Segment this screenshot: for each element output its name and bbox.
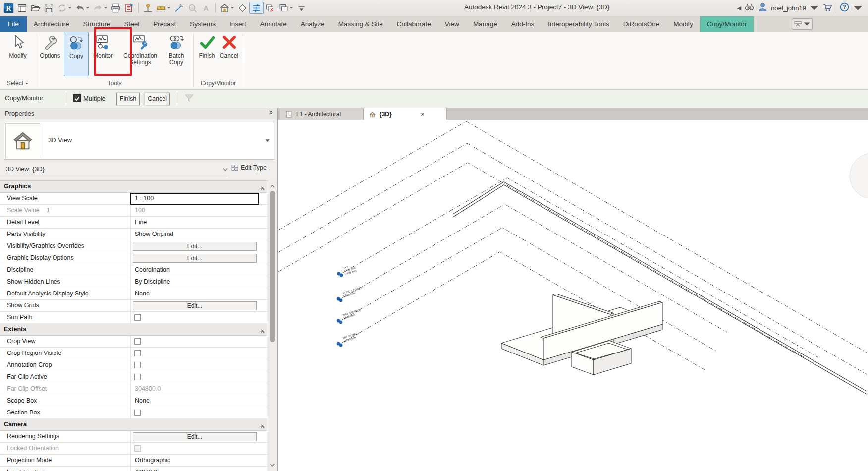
cart-icon[interactable] — [822, 2, 833, 14]
user-menu-chevron-icon[interactable] — [809, 3, 819, 13]
user-icon[interactable] — [758, 2, 768, 14]
monitor-button[interactable]: Monitor — [89, 32, 117, 76]
copy-button[interactable]: Copy — [64, 32, 89, 76]
ribbon-tab-interoperability-tools[interactable]: Interoperability Tools — [541, 16, 616, 32]
property-value[interactable]: Edit... — [130, 240, 259, 252]
property-value[interactable] — [130, 359, 259, 371]
undo-icon[interactable] — [73, 2, 91, 14]
collapse-arrow-icon[interactable]: ◀ — [737, 5, 741, 11]
property-value[interactable]: Edit... — [130, 300, 259, 312]
ribbon-tab-steel[interactable]: Steel — [117, 16, 147, 32]
edit-button[interactable]: Edit... — [133, 432, 257, 441]
cancel-button[interactable]: Cancel — [218, 32, 241, 76]
search-icon[interactable] — [744, 2, 755, 14]
customize-icon[interactable] — [295, 2, 308, 14]
revit-logo-icon[interactable]: R — [2, 2, 15, 14]
close-hidden-icon[interactable] — [264, 2, 277, 14]
view-tab--3d-[interactable]: {3D}× — [364, 108, 447, 120]
ribbon-tab-precast[interactable]: Precast — [146, 16, 183, 32]
ribbon-tab-architecture[interactable]: Architecture — [27, 16, 76, 32]
thin-lines-icon[interactable] — [249, 2, 264, 14]
ribbon-tab-modify[interactable]: Modify — [666, 16, 700, 32]
property-checkbox[interactable] — [134, 374, 141, 380]
drawing-canvas[interactable]: SKY9485 mm9485 mmATTIC STOREY5040 mm2ND … — [278, 120, 868, 471]
view-tab-l1-architectural[interactable]: L1 - Architectural — [280, 108, 364, 120]
ribbon-tab-add-ins[interactable]: Add-Ins — [504, 16, 542, 32]
modify-button[interactable]: Modify — [2, 32, 33, 76]
transfer-doc-icon[interactable] — [122, 2, 136, 14]
edit-button[interactable]: Edit... — [133, 301, 257, 310]
coordination-settings-button[interactable]: Coordination Settings — [117, 32, 163, 76]
scroll-down-icon[interactable] — [270, 461, 275, 470]
property-value[interactable]: 1 : 100 — [130, 193, 259, 205]
sync-icon[interactable] — [55, 2, 73, 14]
ribbon-tab-collaborate[interactable]: Collaborate — [390, 16, 438, 32]
options-finish-button[interactable]: Finish — [116, 93, 140, 105]
property-value[interactable]: 49378.3 — [130, 467, 259, 471]
ribbon-tab-file[interactable]: File — [0, 16, 27, 32]
level-marker-2nd-storey[interactable]: 2ND STOREY1640 mm — [337, 308, 362, 324]
username[interactable]: noel_john19 — [771, 4, 806, 12]
window-icon[interactable] — [15, 2, 29, 14]
ribbon-tab-analyze[interactable]: Analyze — [294, 16, 331, 32]
batch-copy-button[interactable]: Batch Copy — [163, 32, 190, 76]
ribbon-tab-copy-monitor[interactable]: Copy/Monitor — [700, 16, 754, 32]
properties-close-icon[interactable]: × — [269, 108, 273, 117]
property-value[interactable] — [130, 348, 259, 359]
property-checkbox[interactable] — [134, 410, 141, 416]
ribbon-tab-dirootsone[interactable]: DiRootsOne — [616, 16, 667, 32]
instance-chevron-icon[interactable] — [223, 168, 228, 172]
options-button[interactable]: Options — [36, 32, 64, 76]
help-icon[interactable]: ? — [839, 2, 850, 14]
property-checkbox[interactable] — [134, 362, 141, 368]
edit-button[interactable]: Edit... — [133, 242, 257, 251]
options-cancel-button[interactable]: Cancel — [145, 93, 170, 105]
dimension-icon[interactable] — [155, 2, 172, 14]
property-value[interactable]: Coordination — [130, 264, 259, 276]
section-icon[interactable] — [236, 2, 249, 14]
open-icon[interactable] — [29, 2, 42, 14]
instance-selector[interactable]: 3D View: {3D} — [6, 166, 45, 173]
property-value[interactable]: Edit... — [130, 431, 259, 443]
view-tab-close-icon[interactable]: × — [421, 110, 425, 118]
edit-type-button[interactable]: Edit Type — [231, 164, 267, 172]
type-selector[interactable]: 3D View — [4, 122, 274, 160]
level-marker-sky[interactable]: SKY9485 mm9485 mm — [337, 263, 357, 277]
section-collapse-icon[interactable] — [260, 184, 265, 193]
measure-pin-icon[interactable] — [141, 2, 155, 14]
type-selector-chevron-icon[interactable] — [265, 138, 270, 143]
multiple-checkbox[interactable] — [73, 94, 81, 102]
level-marker-attic-storey[interactable]: ATTIC STOREY5040 mm — [337, 286, 364, 302]
ribbon-tab-manage[interactable]: Manage — [466, 16, 504, 32]
ribbon-tab-massing-site[interactable]: Massing & Site — [331, 16, 390, 32]
detail-line-icon[interactable] — [172, 2, 186, 14]
section-collapse-icon[interactable] — [260, 422, 265, 431]
property-value[interactable]: By Discipline — [130, 276, 259, 288]
property-value[interactable]: Fine — [130, 217, 259, 229]
print-icon[interactable] — [109, 2, 122, 14]
property-value[interactable] — [130, 443, 259, 455]
property-value[interactable]: Show Original — [130, 229, 259, 240]
property-value[interactable] — [130, 312, 259, 324]
scroll-up-icon[interactable] — [270, 182, 275, 191]
panel-caption-select[interactable]: Select — [0, 78, 36, 88]
edit-button[interactable]: Edit... — [133, 254, 257, 263]
level-marker-1st-storey[interactable]: 1ST STOREY-2160 mm — [337, 332, 361, 347]
tag-icon[interactable]: 0 — [186, 2, 199, 14]
property-checkbox[interactable] — [134, 314, 141, 321]
property-value[interactable] — [130, 371, 259, 383]
property-value[interactable] — [130, 407, 259, 419]
redo-icon[interactable] — [91, 2, 109, 14]
ribbon-tab-systems[interactable]: Systems — [183, 16, 222, 32]
help-menu-chevron-icon[interactable] — [853, 3, 863, 13]
property-value[interactable]: 100 — [130, 205, 259, 217]
ribbon-tab-insert[interactable]: Insert — [222, 16, 253, 32]
properties-scrollbar[interactable] — [268, 180, 277, 471]
property-value[interactable]: Orthographic — [130, 455, 259, 467]
switch-windows-icon[interactable] — [277, 2, 295, 14]
property-value[interactable]: None — [130, 288, 259, 300]
ribbon-tab-view[interactable]: View — [438, 16, 466, 32]
property-checkbox[interactable] — [134, 338, 141, 345]
ribbon-state-toggle-button[interactable] — [792, 18, 813, 30]
save-icon[interactable] — [42, 2, 55, 14]
